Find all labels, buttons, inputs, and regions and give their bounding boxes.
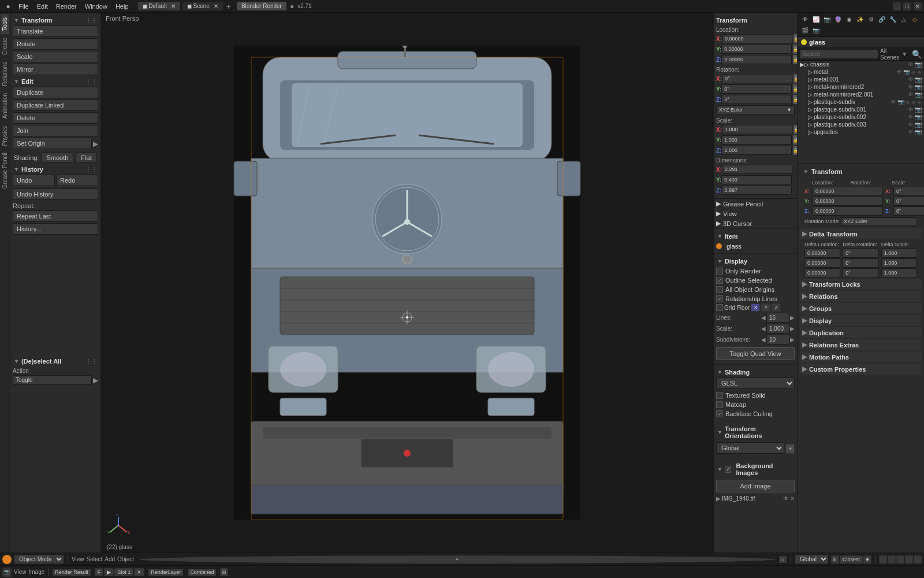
textured-solid-row[interactable]: Textured Solid xyxy=(716,391,795,400)
location-z-input[interactable] xyxy=(721,55,792,64)
dim-y-input[interactable] xyxy=(721,175,792,184)
smooth-shading-button[interactable]: Smooth xyxy=(41,153,73,163)
repeat-last-button[interactable]: Repeat Last xyxy=(13,210,98,222)
obj-rot-z[interactable] xyxy=(893,206,924,216)
custom-properties-header[interactable]: ▶ Custom Properties xyxy=(800,364,922,375)
display-props-header[interactable]: ▶ Display xyxy=(800,315,922,326)
delta-loc-z[interactable] xyxy=(804,268,840,277)
obj-loc-z[interactable] xyxy=(813,206,883,216)
view-menu-label[interactable]: View xyxy=(72,556,84,562)
only-render-checkbox[interactable] xyxy=(716,268,723,275)
background-images-checkbox[interactable] xyxy=(725,466,731,473)
delta-loc-y[interactable] xyxy=(804,258,840,268)
plastique-render-icon[interactable]: 📷 xyxy=(897,99,904,105)
chassis-vis-icon[interactable]: 👁 xyxy=(908,61,914,68)
viewport[interactable]: Front Persp xyxy=(101,13,713,553)
all-object-origins-checkbox[interactable] xyxy=(716,286,723,293)
scene-icon[interactable]: 🎬 xyxy=(800,25,810,35)
render-result-select[interactable]: Render Result xyxy=(52,568,91,576)
metal-vis-icon[interactable]: 👁 xyxy=(896,69,902,75)
metal-extra-icon[interactable]: ◆ xyxy=(911,69,916,75)
groups-header[interactable]: ▶ Groups xyxy=(800,303,922,314)
render-icon-1[interactable] xyxy=(879,555,887,564)
transform-orientation-select[interactable]: Global xyxy=(716,442,784,454)
outline-item-plastique001[interactable]: ▷ plastique-subdiv.001 👁 📷 xyxy=(798,106,924,113)
add-image-button[interactable]: Add Image xyxy=(716,480,795,492)
snap-circle[interactable]: ● xyxy=(139,555,776,564)
mode-select[interactable]: Object Mode xyxy=(14,554,64,564)
set-origin-button[interactable]: Set Origin xyxy=(13,138,92,149)
render-icon-5[interactable] xyxy=(914,555,922,564)
render-icon-3[interactable] xyxy=(896,555,904,564)
render-view-label[interactable]: View xyxy=(14,569,27,575)
plastique001-render-icon[interactable]: 📷 xyxy=(915,106,922,113)
grid-z-button[interactable]: Z xyxy=(772,303,781,312)
scale-decrement[interactable]: ◀ xyxy=(761,325,766,332)
delta-rot-z[interactable] xyxy=(843,268,878,277)
material-icon[interactable]: 🔮 xyxy=(833,14,843,24)
grid-floor-checkbox[interactable] xyxy=(716,304,723,311)
physics-icon[interactable]: ⚙ xyxy=(866,14,876,24)
display-section-header[interactable]: ▼ Display xyxy=(716,256,795,266)
history-section-header[interactable]: ▼ History ⋮⋮ xyxy=(13,164,98,175)
window-tab-scene[interactable]: ◼ Scene ✕ xyxy=(182,2,223,10)
render-image-label[interactable]: Image xyxy=(29,569,45,575)
slot-label[interactable]: Slot 1 xyxy=(114,568,133,576)
only-render-row[interactable]: Only Render xyxy=(716,266,795,276)
all-object-origins-row[interactable]: All Object Origins xyxy=(716,285,795,294)
subdivisions-decrement[interactable]: ◀ xyxy=(761,336,766,343)
transform-section-header[interactable]: ▼ Transform ⋮⋮ xyxy=(13,15,98,25)
set-origin-menu-icon[interactable]: ▶ xyxy=(93,140,98,148)
outline-selected-checkbox[interactable] xyxy=(716,277,723,284)
proportional-edit[interactable]: ○ xyxy=(778,555,787,564)
animation-tab[interactable]: Animation xyxy=(1,90,9,122)
snap-opts-icon[interactable]: ◆ xyxy=(863,555,871,564)
add-menu-label[interactable]: Add xyxy=(105,556,115,562)
deselect-section-header[interactable]: ▼ (De)select All ⋮⋮ xyxy=(13,356,98,366)
particle-icon[interactable]: ✨ xyxy=(855,14,865,24)
render-layer-select[interactable]: RenderLayer xyxy=(148,568,184,576)
toggle-select[interactable]: Toggle xyxy=(13,375,92,385)
plastique-extra2-icon[interactable]: ◆ xyxy=(911,99,916,105)
plastique003-render-icon[interactable]: 📷 xyxy=(915,121,922,128)
render-icon-4[interactable] xyxy=(905,555,913,564)
menu-window[interactable]: Window xyxy=(81,2,111,11)
dim-z-input[interactable] xyxy=(721,186,792,195)
rotate-button[interactable]: Rotate xyxy=(13,38,98,50)
location-x-input[interactable] xyxy=(722,34,792,43)
view-icon[interactable]: 👁 xyxy=(800,14,810,24)
plastique001-vis-icon[interactable]: 👁 xyxy=(908,106,914,113)
plastique002-vis-icon[interactable]: 👁 xyxy=(908,114,914,120)
scale-y-lock[interactable]: 🔒 xyxy=(793,135,797,144)
location-y-input[interactable] xyxy=(721,45,792,54)
3d-cursor-section[interactable]: ▶ 3D Cursor xyxy=(714,218,797,228)
history-button[interactable]: History... xyxy=(13,223,98,235)
texture-icon[interactable]: ◉ xyxy=(844,14,854,24)
rotation-x-input[interactable] xyxy=(722,74,792,83)
transform-locks-header[interactable]: ▶ Transform Locks xyxy=(800,279,922,290)
background-images-header[interactable]: ▼ Background Images xyxy=(716,461,795,478)
plastique-extra3-icon[interactable]: ◆ xyxy=(917,99,922,105)
matcap-row[interactable]: Matcap xyxy=(716,400,795,409)
transform-collapsible-header[interactable]: ▼ Transform xyxy=(800,166,922,177)
scale-x-input[interactable] xyxy=(722,125,792,134)
grease-pencil-tab[interactable]: Grease Pencil xyxy=(1,149,9,192)
next-slot-btn[interactable]: ▶ xyxy=(104,568,114,576)
nonmirored2001-vis-icon[interactable]: 👁 xyxy=(908,91,914,98)
flat-shading-button[interactable]: Flat xyxy=(76,153,96,163)
obj-loc-x[interactable] xyxy=(813,187,883,196)
image-expand-arrow[interactable]: ▶ xyxy=(716,495,721,502)
backface-culling-checkbox[interactable] xyxy=(716,410,723,417)
snap-type[interactable]: Closest xyxy=(840,555,863,564)
relationship-lines-checkbox[interactable] xyxy=(716,295,723,302)
duplicate-button[interactable]: Duplicate xyxy=(13,87,98,98)
rot-mode-display[interactable]: XYZ Euler xyxy=(841,217,917,225)
image-close-icon[interactable]: ✕ xyxy=(790,495,795,502)
delta-sc-z[interactable] xyxy=(881,268,917,277)
metal-extra2-icon[interactable]: ◆ xyxy=(917,69,922,75)
camera-icon[interactable]: 📷 xyxy=(822,14,832,24)
delta-rot-y[interactable] xyxy=(843,258,878,268)
window-tab-default[interactable]: ◼ Default ✕ xyxy=(138,2,180,10)
object-data-icon[interactable]: △ xyxy=(899,14,909,24)
outline-item-upgrades[interactable]: ▷ upgrades 👁 📷 xyxy=(798,128,924,136)
